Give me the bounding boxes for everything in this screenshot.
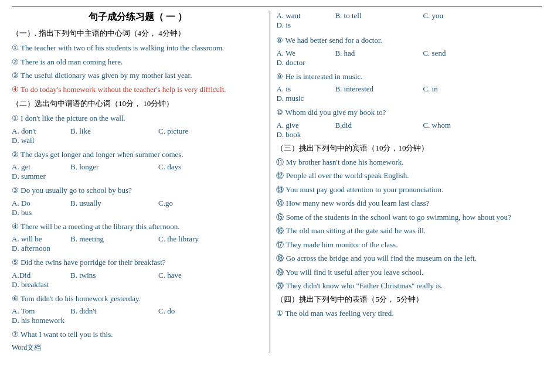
opt-2-3-c: C.go [158, 199, 246, 208]
opt-2-4-b: B. meeting [70, 234, 158, 244]
right-column: A. want B. to tell C. you D. is ⑧ We had… [270, 11, 542, 353]
opt-2-6-b: B. didn't [70, 306, 158, 316]
options-2-2: A. get B. longer C. days D. summer [12, 162, 264, 181]
section3-header: （三）挑出下列句中的宾语（10分，10分钟） [276, 143, 542, 154]
opt-r1-d: D. is [276, 21, 335, 30]
sentence-1-1: ① The teacher with two of his students i… [12, 42, 264, 54]
sentence-3-6: ⑯ The old man sitting at the gate said h… [276, 225, 542, 237]
options-2-1: A. don't B. like C. picture D. wall [12, 127, 264, 145]
sentence-2-6: ⑥ Tom didn't do his homework yesterday. [12, 293, 264, 305]
options-2-3: A. Do B. usually C.go D. bus [12, 199, 264, 217]
section1-header: （一）. 指出下列句中主语的中心词（4分， 4分钟） [12, 28, 264, 39]
left-column: 句子成分练习题（ 一 ） （一）. 指出下列句中主语的中心词（4分， 4分钟） … [12, 11, 270, 353]
opt-2-3-b: B. usually [70, 199, 158, 208]
opt-2-2-c: C. days [158, 162, 246, 172]
sentence-r-8: ⑧ We had better send for a doctor. [276, 35, 542, 46]
opt-2-2-a: A. get [12, 162, 70, 172]
opt-2-1-d: D. wall [12, 136, 70, 145]
opt-2-2-d: D. summer [12, 172, 70, 181]
sentence-3-4: ⑭ How many new words did you learn last … [276, 197, 542, 209]
opt-2-4-c: C. the library [158, 234, 246, 244]
section2-header: （二）选出句中谓语的中心词（10分， 10分钟） [12, 98, 264, 109]
opt-r8-d: D. doctor [276, 58, 335, 67]
opt-r10-a: A. give [276, 121, 335, 130]
opt-2-4-d: D. afternoon [12, 244, 70, 253]
sentence-3-2: ⑫ People all over the world speak Englis… [276, 170, 542, 182]
opt-2-1-b: B. like [70, 127, 158, 136]
sentence-2-7: ⑦ What I want to tell you is this. [12, 329, 264, 340]
sentence-3-1: ⑪ My brother hasn't done his homework. [276, 156, 542, 168]
options-r-9: A. is B. interested C. in D. music [276, 84, 542, 103]
opt-r1-a: A. want [276, 11, 335, 21]
opt-r9-a: A. is [276, 84, 335, 94]
opt-2-3-d: D. bus [12, 208, 70, 217]
opt-r8-a: A. We [276, 49, 335, 58]
page-title: 句子成分练习题（ 一 ） [12, 11, 264, 23]
sentence-3-8: ⑱ Go across the bridge and you will find… [276, 253, 542, 264]
opt-r9-b: B. interested [335, 84, 423, 94]
sentence-1-2: ② There is an old man coming here. [12, 56, 264, 68]
options-r-10: A. give B.did C. whom D. book [276, 121, 542, 139]
options-r-8: A. We B. had C. send D. doctor [276, 49, 542, 67]
sentence-1-3: ③ The useful dictionary was given by my … [12, 70, 264, 81]
opt-2-3-a: A. Do [12, 199, 70, 208]
sentence-1-4: ④ To do today's homework without the tea… [12, 84, 264, 96]
opt-r10-d: D. book [276, 130, 335, 139]
opt-2-5-d: D. breakfast [12, 280, 70, 289]
opt-r8-c: C. send [423, 49, 511, 58]
options-right-1: A. want B. to tell C. you D. is [276, 11, 542, 30]
sentence-4-1: ① The old man was feeling very tired. [276, 308, 542, 319]
section4-header: （四）挑出下列句中的表语（5分， 5分钟） [276, 294, 542, 305]
opt-2-2-b: B. longer [70, 162, 158, 172]
word-label: Word文档 [12, 343, 264, 353]
opt-r1-c: C. you [423, 11, 511, 21]
opt-2-4-a: A. will be [12, 234, 70, 244]
options-2-5: A.Did B. twins C. have D. breakfast [12, 271, 264, 289]
opt-r8-b: B. had [335, 49, 423, 58]
opt-r10-b: B.did [335, 121, 423, 130]
opt-2-5-b: B. twins [70, 271, 158, 280]
sentence-3-7: ⑰ They made him monitor of the class. [276, 239, 542, 251]
options-2-4: A. will be B. meeting C. the library D. … [12, 234, 264, 253]
sentence-3-5: ⑮ Some of the students in the school wan… [276, 212, 542, 223]
sentence-3-3: ⑬ You must pay good attention to your pr… [276, 184, 542, 196]
sentence-3-10: ⑳ They didn't know who "Father Christmas… [276, 280, 542, 292]
opt-2-5-c: C. have [158, 271, 246, 280]
opt-2-6-c: C. do [158, 306, 246, 316]
sentence-2-3: ③ Do you usually go to school by bus? [12, 185, 264, 196]
opt-2-6-a: A. Tom [12, 306, 70, 316]
sentence-2-2: ② The days get longer and longer when su… [12, 149, 264, 161]
sentence-2-1: ① I don't like the picture on the wall. [12, 113, 264, 124]
opt-2-1-c: C. picture [158, 127, 246, 136]
opt-2-6-d: D. his homework [12, 316, 70, 325]
main-container: 句子成分练习题（ 一 ） （一）. 指出下列句中主语的中心词（4分， 4分钟） … [12, 11, 542, 353]
sentence-2-5: ⑤ Did the twins have porridge for their … [12, 257, 264, 268]
opt-2-1-a: A. don't [12, 127, 70, 136]
opt-r10-c: C. whom [423, 121, 511, 130]
top-divider [12, 6, 542, 6]
sentence-3-9: ⑲ You will find it useful after you leav… [276, 267, 542, 278]
sentence-2-4: ④ There will be a meeting at the library… [12, 221, 264, 233]
opt-r9-c: C. in [423, 84, 511, 94]
sentence-r-9: ⑨ He is interested in music. [276, 71, 542, 83]
opt-2-5-a: A.Did [12, 271, 70, 280]
opt-r9-d: D. music [276, 94, 335, 103]
sentence-r-10: ⑩ Whom did you give my book to? [276, 107, 542, 118]
opt-r1-b: B. to tell [335, 11, 423, 21]
options-2-6: A. Tom B. didn't C. do D. his homework [12, 306, 264, 325]
